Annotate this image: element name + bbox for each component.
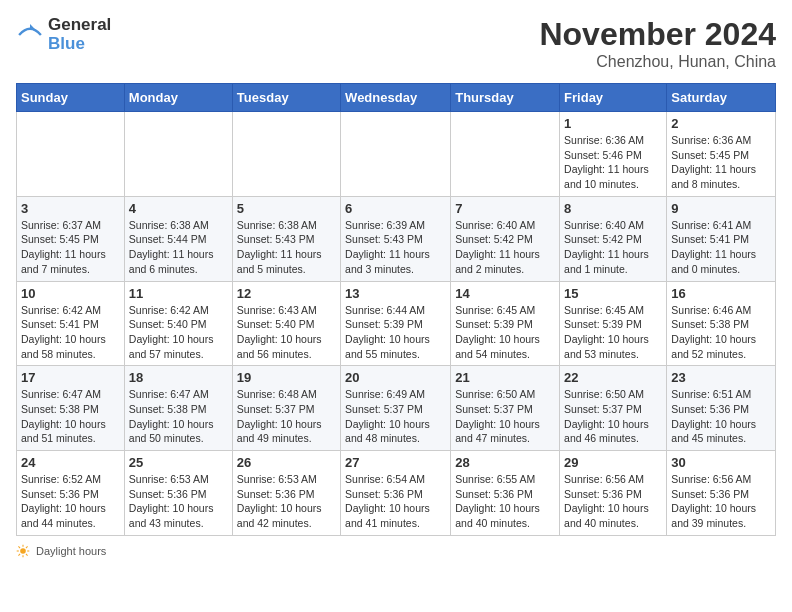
header-day-monday: Monday xyxy=(124,84,232,112)
day-number: 12 xyxy=(237,286,336,301)
calendar-table: SundayMondayTuesdayWednesdayThursdayFrid… xyxy=(16,83,776,536)
svg-line-7 xyxy=(26,546,28,548)
footer: Daylight hours xyxy=(16,544,776,558)
header-day-sunday: Sunday xyxy=(17,84,125,112)
calendar-cell xyxy=(17,112,125,197)
day-number: 30 xyxy=(671,455,771,470)
day-number: 18 xyxy=(129,370,228,385)
logo: General Blue xyxy=(16,16,111,53)
svg-point-0 xyxy=(20,548,26,554)
calendar-cell: 6Sunrise: 6:39 AM Sunset: 5:43 PM Daylig… xyxy=(341,196,451,281)
day-info: Sunrise: 6:56 AM Sunset: 5:36 PM Dayligh… xyxy=(564,472,662,531)
title-block: November 2024 Chenzhou, Hunan, China xyxy=(539,16,776,71)
day-info: Sunrise: 6:46 AM Sunset: 5:38 PM Dayligh… xyxy=(671,303,771,362)
day-number: 13 xyxy=(345,286,446,301)
calendar-cell: 11Sunrise: 6:42 AM Sunset: 5:40 PM Dayli… xyxy=(124,281,232,366)
logo-text: General Blue xyxy=(48,16,111,53)
day-number: 22 xyxy=(564,370,662,385)
calendar-cell: 10Sunrise: 6:42 AM Sunset: 5:41 PM Dayli… xyxy=(17,281,125,366)
svg-line-6 xyxy=(26,554,28,556)
svg-line-5 xyxy=(18,546,20,548)
day-info: Sunrise: 6:45 AM Sunset: 5:39 PM Dayligh… xyxy=(564,303,662,362)
day-number: 1 xyxy=(564,116,662,131)
day-info: Sunrise: 6:55 AM Sunset: 5:36 PM Dayligh… xyxy=(455,472,555,531)
day-info: Sunrise: 6:38 AM Sunset: 5:43 PM Dayligh… xyxy=(237,218,336,277)
day-number: 19 xyxy=(237,370,336,385)
day-info: Sunrise: 6:51 AM Sunset: 5:36 PM Dayligh… xyxy=(671,387,771,446)
day-info: Sunrise: 6:50 AM Sunset: 5:37 PM Dayligh… xyxy=(564,387,662,446)
day-info: Sunrise: 6:45 AM Sunset: 5:39 PM Dayligh… xyxy=(455,303,555,362)
day-info: Sunrise: 6:44 AM Sunset: 5:39 PM Dayligh… xyxy=(345,303,446,362)
calendar-cell xyxy=(341,112,451,197)
calendar-cell: 4Sunrise: 6:38 AM Sunset: 5:44 PM Daylig… xyxy=(124,196,232,281)
calendar-cell: 26Sunrise: 6:53 AM Sunset: 5:36 PM Dayli… xyxy=(232,451,340,536)
header-day-tuesday: Tuesday xyxy=(232,84,340,112)
calendar-cell: 20Sunrise: 6:49 AM Sunset: 5:37 PM Dayli… xyxy=(341,366,451,451)
calendar-cell: 28Sunrise: 6:55 AM Sunset: 5:36 PM Dayli… xyxy=(451,451,560,536)
calendar-cell: 25Sunrise: 6:53 AM Sunset: 5:36 PM Dayli… xyxy=(124,451,232,536)
day-info: Sunrise: 6:47 AM Sunset: 5:38 PM Dayligh… xyxy=(21,387,120,446)
day-number: 24 xyxy=(21,455,120,470)
day-number: 17 xyxy=(21,370,120,385)
day-number: 16 xyxy=(671,286,771,301)
day-info: Sunrise: 6:54 AM Sunset: 5:36 PM Dayligh… xyxy=(345,472,446,531)
calendar-cell: 23Sunrise: 6:51 AM Sunset: 5:36 PM Dayli… xyxy=(667,366,776,451)
calendar-cell: 12Sunrise: 6:43 AM Sunset: 5:40 PM Dayli… xyxy=(232,281,340,366)
day-number: 3 xyxy=(21,201,120,216)
header-day-friday: Friday xyxy=(560,84,667,112)
day-info: Sunrise: 6:40 AM Sunset: 5:42 PM Dayligh… xyxy=(564,218,662,277)
day-number: 2 xyxy=(671,116,771,131)
header-day-thursday: Thursday xyxy=(451,84,560,112)
day-number: 9 xyxy=(671,201,771,216)
day-info: Sunrise: 6:38 AM Sunset: 5:44 PM Dayligh… xyxy=(129,218,228,277)
day-info: Sunrise: 6:53 AM Sunset: 5:36 PM Dayligh… xyxy=(129,472,228,531)
day-info: Sunrise: 6:49 AM Sunset: 5:37 PM Dayligh… xyxy=(345,387,446,446)
sun-icon xyxy=(16,544,30,558)
calendar-cell: 2Sunrise: 6:36 AM Sunset: 5:45 PM Daylig… xyxy=(667,112,776,197)
day-number: 21 xyxy=(455,370,555,385)
calendar-cell xyxy=(232,112,340,197)
calendar-cell: 30Sunrise: 6:56 AM Sunset: 5:36 PM Dayli… xyxy=(667,451,776,536)
day-info: Sunrise: 6:48 AM Sunset: 5:37 PM Dayligh… xyxy=(237,387,336,446)
calendar-cell: 8Sunrise: 6:40 AM Sunset: 5:42 PM Daylig… xyxy=(560,196,667,281)
day-info: Sunrise: 6:40 AM Sunset: 5:42 PM Dayligh… xyxy=(455,218,555,277)
day-info: Sunrise: 6:43 AM Sunset: 5:40 PM Dayligh… xyxy=(237,303,336,362)
calendar-cell: 22Sunrise: 6:50 AM Sunset: 5:37 PM Dayli… xyxy=(560,366,667,451)
calendar-cell: 18Sunrise: 6:47 AM Sunset: 5:38 PM Dayli… xyxy=(124,366,232,451)
calendar-cell: 19Sunrise: 6:48 AM Sunset: 5:37 PM Dayli… xyxy=(232,366,340,451)
day-number: 27 xyxy=(345,455,446,470)
day-number: 14 xyxy=(455,286,555,301)
calendar-cell xyxy=(451,112,560,197)
calendar-cell: 16Sunrise: 6:46 AM Sunset: 5:38 PM Dayli… xyxy=(667,281,776,366)
day-info: Sunrise: 6:47 AM Sunset: 5:38 PM Dayligh… xyxy=(129,387,228,446)
calendar-cell: 5Sunrise: 6:38 AM Sunset: 5:43 PM Daylig… xyxy=(232,196,340,281)
day-number: 4 xyxy=(129,201,228,216)
calendar-cell: 27Sunrise: 6:54 AM Sunset: 5:36 PM Dayli… xyxy=(341,451,451,536)
location: Chenzhou, Hunan, China xyxy=(539,53,776,71)
calendar-cell: 24Sunrise: 6:52 AM Sunset: 5:36 PM Dayli… xyxy=(17,451,125,536)
calendar-cell: 1Sunrise: 6:36 AM Sunset: 5:46 PM Daylig… xyxy=(560,112,667,197)
day-number: 28 xyxy=(455,455,555,470)
calendar-cell: 3Sunrise: 6:37 AM Sunset: 5:45 PM Daylig… xyxy=(17,196,125,281)
calendar-cell: 15Sunrise: 6:45 AM Sunset: 5:39 PM Dayli… xyxy=(560,281,667,366)
calendar-cell: 14Sunrise: 6:45 AM Sunset: 5:39 PM Dayli… xyxy=(451,281,560,366)
header-day-saturday: Saturday xyxy=(667,84,776,112)
day-number: 5 xyxy=(237,201,336,216)
day-info: Sunrise: 6:36 AM Sunset: 5:46 PM Dayligh… xyxy=(564,133,662,192)
day-number: 10 xyxy=(21,286,120,301)
month-title: November 2024 xyxy=(539,16,776,53)
day-info: Sunrise: 6:50 AM Sunset: 5:37 PM Dayligh… xyxy=(455,387,555,446)
day-info: Sunrise: 6:53 AM Sunset: 5:36 PM Dayligh… xyxy=(237,472,336,531)
header-day-wednesday: Wednesday xyxy=(341,84,451,112)
logo-icon xyxy=(16,21,44,49)
calendar-cell xyxy=(124,112,232,197)
calendar-cell: 7Sunrise: 6:40 AM Sunset: 5:42 PM Daylig… xyxy=(451,196,560,281)
day-number: 6 xyxy=(345,201,446,216)
calendar-cell: 13Sunrise: 6:44 AM Sunset: 5:39 PM Dayli… xyxy=(341,281,451,366)
day-number: 7 xyxy=(455,201,555,216)
day-number: 8 xyxy=(564,201,662,216)
day-info: Sunrise: 6:41 AM Sunset: 5:41 PM Dayligh… xyxy=(671,218,771,277)
day-number: 25 xyxy=(129,455,228,470)
day-info: Sunrise: 6:42 AM Sunset: 5:40 PM Dayligh… xyxy=(129,303,228,362)
daylight-hours-label: Daylight hours xyxy=(36,545,106,557)
